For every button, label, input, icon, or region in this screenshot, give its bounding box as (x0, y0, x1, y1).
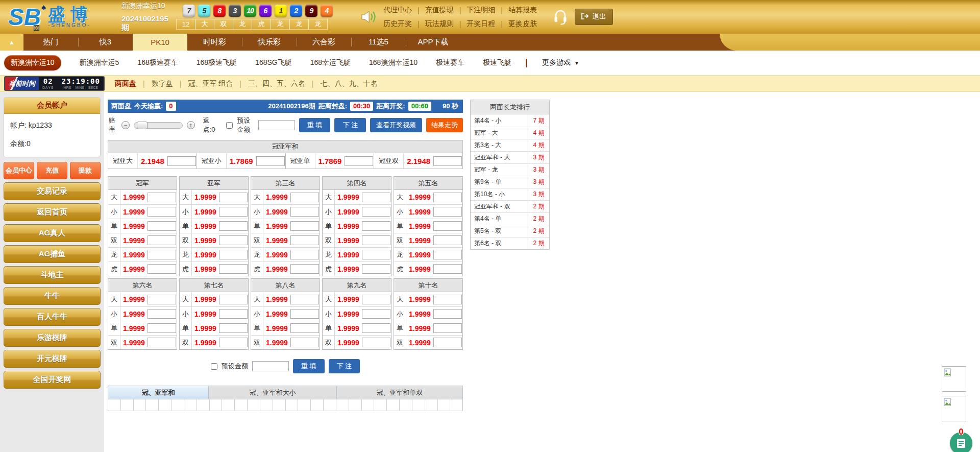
sum-combo-cell[interactable] (260, 399, 273, 411)
bet-cell[interactable]: 双1.9999 (180, 233, 248, 247)
bet-amount-input[interactable] (290, 264, 319, 274)
top-link[interactable]: 更换皮肤 (508, 19, 537, 29)
bet-cell[interactable]: 小1.9999 (323, 306, 391, 321)
bet-cell[interactable]: 单1.9999 (251, 321, 320, 335)
bet-amount-input[interactable] (219, 207, 248, 217)
bet-cell[interactable]: 大1.9999 (180, 292, 248, 306)
bet-cell[interactable]: 虎1.9999 (394, 261, 462, 276)
bet-amount-input[interactable] (219, 221, 248, 231)
bet-amount-input[interactable] (290, 323, 319, 333)
bet-amount-input[interactable] (362, 309, 390, 319)
bet-amount-input[interactable] (148, 193, 176, 202)
sum-combo-cell[interactable] (145, 399, 158, 411)
top-link[interactable]: 代理中心 (383, 6, 412, 15)
bet-cell[interactable]: 大1.9999 (108, 292, 177, 306)
bet-slip-button[interactable]: 0 (950, 432, 972, 452)
bet-cell[interactable]: 双1.9999 (323, 233, 391, 247)
bet-cell[interactable]: 龙1.9999 (394, 247, 462, 261)
bet-amount-input[interactable] (219, 264, 248, 274)
sidebar-button[interactable]: 牛牛 (4, 287, 101, 305)
sum-combo-cell[interactable] (412, 399, 425, 411)
odds-minus-button[interactable]: − (121, 121, 130, 129)
bet-amount-input[interactable] (290, 193, 319, 202)
preset-amount-checkbox[interactable] (226, 122, 233, 129)
sidebar-button[interactable]: 开元棋牌 (4, 350, 101, 368)
sum-bet-cell[interactable]: 冠亚双2.1948 (374, 153, 462, 169)
bet-amount-input[interactable] (290, 250, 319, 259)
bet-amount-input[interactable] (433, 156, 462, 166)
bet-cell[interactable]: 虎1.9999 (108, 261, 177, 276)
bet-cell[interactable]: 小1.9999 (180, 204, 248, 219)
bet-cell[interactable]: 单1.9999 (180, 219, 248, 233)
bet-cell[interactable]: 大1.9999 (394, 190, 462, 204)
nav-tab[interactable]: 热门 (23, 34, 78, 51)
sidebar-button[interactable]: 交易记录 (4, 182, 101, 200)
sum-combo-cell[interactable] (285, 399, 298, 411)
bet-cell[interactable]: 双1.9999 (108, 335, 177, 349)
sum-combo-tab[interactable]: 冠、亚军和单双 (336, 386, 462, 399)
bet-amount-input[interactable] (219, 295, 248, 304)
sum-combo-cell[interactable] (184, 399, 197, 411)
bet-amount-input[interactable] (290, 207, 319, 217)
member-action-button[interactable]: 提款 (70, 162, 101, 179)
play-mode-item[interactable]: 两面盘 (115, 79, 136, 88)
sum-combo-cell[interactable] (222, 399, 234, 411)
sum-combo-cell[interactable] (310, 399, 323, 411)
sum-combo-cell[interactable] (171, 399, 184, 411)
sum-combo-tab[interactable]: 冠、亚军和 (108, 386, 208, 399)
bet-cell[interactable]: 单1.9999 (323, 321, 391, 335)
bet-amount-input[interactable] (433, 264, 462, 274)
bet-amount-input[interactable] (148, 250, 176, 259)
more-games-button[interactable]: 更多游戏▼ (542, 58, 579, 67)
nav-tab[interactable]: 时时彩 (187, 34, 242, 51)
bet-cell[interactable]: 小1.9999 (323, 204, 391, 219)
bet-cell[interactable]: 小1.9999 (394, 204, 462, 219)
play-mode-item[interactable]: 七、八、九、十名 (320, 79, 377, 88)
bet-amount-input[interactable] (362, 264, 390, 274)
bet-cell[interactable]: 双1.9999 (251, 233, 320, 247)
bet-cell[interactable]: 单1.9999 (108, 219, 177, 233)
sidebar-button[interactable]: AG真人 (4, 224, 101, 242)
bet-cell[interactable]: 双1.9999 (108, 233, 177, 247)
speaker-icon[interactable] (361, 10, 377, 23)
sum-combo-cell[interactable] (120, 399, 133, 411)
preset-amount-input[interactable] (252, 361, 289, 371)
preset-amount-input[interactable] (258, 120, 295, 130)
bet-cell[interactable]: 龙1.9999 (108, 247, 177, 261)
bet-amount-input[interactable] (362, 338, 390, 347)
bet-cell[interactable]: 双1.9999 (251, 335, 320, 349)
bet-cell[interactable]: 小1.9999 (251, 204, 320, 219)
sum-combo-cell[interactable] (361, 399, 374, 411)
sum-combo-cell[interactable] (399, 399, 412, 411)
result-trend-button[interactable]: 结果走势 (426, 118, 463, 132)
bet-amount-input[interactable] (433, 295, 462, 304)
bet-amount-input[interactable] (256, 156, 285, 166)
sum-bet-cell[interactable]: 冠亚大2.1948 (108, 153, 197, 169)
sidebar-button[interactable]: 返回首页 (4, 203, 101, 221)
sum-combo-cell[interactable] (197, 399, 209, 411)
sum-bet-cell[interactable]: 冠亚小1.7869 (197, 153, 285, 169)
bet-cell[interactable]: 大1.9999 (323, 292, 391, 306)
bet-cell[interactable]: 大1.9999 (251, 292, 320, 306)
bet-amount-input[interactable] (362, 221, 390, 231)
nav-tab[interactable]: APP下载 (406, 34, 460, 51)
game-link[interactable]: 168极速赛车 (137, 58, 178, 67)
nav-tab[interactable]: 快3 (78, 34, 133, 51)
bet-cell[interactable]: 小1.9999 (251, 306, 320, 321)
top-link[interactable]: 历史开奖 (383, 19, 412, 29)
bet-cell[interactable]: 双1.9999 (323, 335, 391, 349)
bet-amount-input[interactable] (219, 323, 248, 333)
sum-combo-cell[interactable] (209, 399, 222, 411)
play-mode-item[interactable]: 数字盘 (152, 79, 173, 88)
sum-combo-cell[interactable] (323, 399, 336, 411)
bet-amount-input[interactable] (433, 235, 462, 245)
odds-plus-button[interactable]: + (187, 121, 195, 129)
sum-combo-cell[interactable] (247, 399, 260, 411)
bet-amount-input[interactable] (433, 207, 462, 217)
game-link[interactable]: 168SG飞艇 (255, 58, 292, 67)
bet-amount-input[interactable] (290, 309, 319, 319)
bet-amount-input[interactable] (148, 207, 176, 217)
game-link[interactable]: 极速赛车 (436, 58, 464, 67)
bet-cell[interactable]: 双1.9999 (394, 233, 462, 247)
sum-combo-cell[interactable] (450, 399, 462, 411)
